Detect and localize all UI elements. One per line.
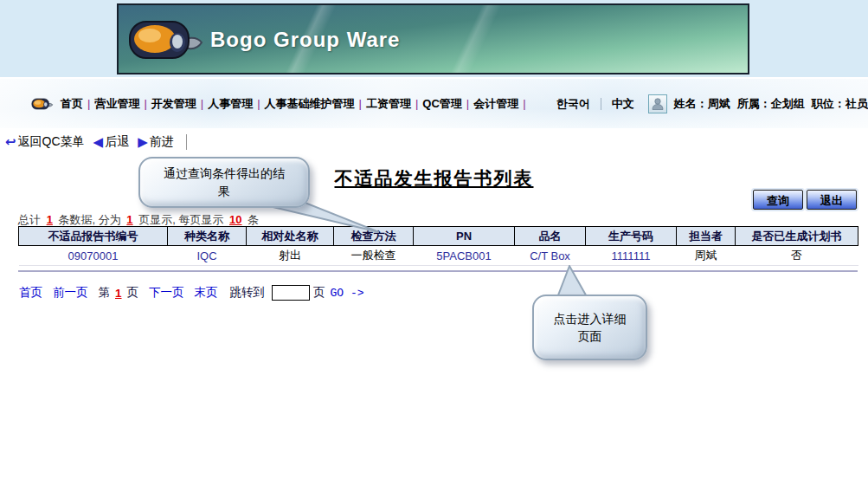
nav-separator: | bbox=[87, 97, 90, 110]
navbar: 首页|营业管理|开发管理|人事管理|人事基础维护管理|工资管理|QC管理|会计管… bbox=[0, 79, 868, 128]
column-header: PN bbox=[414, 227, 515, 246]
forward-link[interactable]: ▶ 前进 bbox=[138, 134, 174, 150]
toolbar-divider bbox=[186, 134, 187, 150]
nav-item[interactable]: 工资管理 bbox=[366, 96, 411, 112]
nav-item[interactable]: 人事基础维护管理 bbox=[265, 96, 355, 112]
table-cell[interactable]: 否 bbox=[736, 246, 858, 266]
nav-separator: | bbox=[466, 97, 469, 110]
jump-suffix: 页 bbox=[313, 285, 325, 301]
prev-page-link[interactable]: 前一页 bbox=[53, 285, 88, 301]
report-table: 不适品报告书编号种类名称相对处名称检查方法PN品名生产号码担当者是否已生成计划书… bbox=[18, 226, 858, 266]
summary-mid2: 页显示, 每页显示 bbox=[138, 213, 223, 226]
table-cell[interactable]: 1111111 bbox=[586, 246, 677, 266]
goggles-icon bbox=[31, 96, 54, 112]
lang-chinese[interactable]: 中文 bbox=[612, 96, 634, 112]
page-prefix: 第 bbox=[99, 285, 111, 301]
callout-click-detail-text: 点击进入详细页面 bbox=[551, 310, 629, 346]
person-icon bbox=[648, 94, 667, 113]
summary-pages: 1 bbox=[126, 213, 132, 226]
callout-click-detail: 点击进入详细页面 bbox=[532, 295, 647, 360]
column-header: 品名 bbox=[515, 227, 586, 246]
table-cell[interactable]: 09070001 bbox=[19, 246, 168, 266]
nav-item[interactable]: 人事管理 bbox=[208, 96, 253, 112]
nav-separator: | bbox=[257, 97, 260, 110]
forward-label: 前进 bbox=[150, 134, 174, 150]
column-header: 是否已生成计划书 bbox=[736, 227, 858, 246]
user-title: 社员 bbox=[845, 96, 868, 112]
user-name: 周斌 bbox=[708, 96, 730, 112]
language-switcher: 한국어 中文 bbox=[556, 96, 634, 112]
column-header: 担当者 bbox=[677, 227, 736, 246]
nav-separator: | bbox=[359, 97, 362, 110]
table-cell[interactable]: C/T Box bbox=[515, 246, 586, 266]
top-strip: Bogo Group Ware bbox=[0, 0, 868, 77]
user-dept-label: 所属： bbox=[737, 96, 771, 112]
nav-item[interactable]: 开发管理 bbox=[151, 96, 196, 112]
table-cell[interactable]: 周斌 bbox=[677, 246, 736, 266]
callout-query-result-text: 通过查询条件得出的结果 bbox=[159, 165, 289, 200]
nav-item[interactable]: 营业管理 bbox=[94, 96, 139, 112]
nav-separator: | bbox=[523, 97, 525, 110]
summary-prefix: 总计 bbox=[18, 213, 41, 226]
last-page-link[interactable]: 末页 bbox=[195, 285, 218, 301]
column-header: 生产号码 bbox=[586, 227, 677, 246]
summary-mid1: 条数据, 分为 bbox=[58, 213, 120, 226]
back-link[interactable]: ◀ 后退 bbox=[93, 134, 130, 150]
screen: Bogo Group Ware 首页|营业管理|开发管理|人事管理|人事基础维护… bbox=[0, 0, 868, 492]
banner-title: Bogo Group Ware bbox=[210, 28, 400, 52]
goggles-logo-icon bbox=[127, 13, 205, 67]
nav-item[interactable]: 首页 bbox=[61, 96, 83, 112]
nav-separator: | bbox=[201, 97, 203, 110]
exit-button[interactable]: 退出 bbox=[807, 190, 857, 210]
go-link[interactable]: GO -> bbox=[331, 287, 364, 300]
left-arrow-icon: ◀ bbox=[93, 134, 104, 150]
table-cell[interactable]: 射出 bbox=[247, 246, 334, 266]
user-info: 姓名： 周斌 所属： 企划组 职位： 社员 bbox=[648, 94, 868, 113]
table-cell[interactable]: IQC bbox=[168, 246, 247, 266]
lang-korean[interactable]: 한국어 bbox=[556, 96, 590, 112]
search-button[interactable]: 查询 bbox=[753, 190, 803, 210]
banner: Bogo Group Ware bbox=[117, 3, 749, 74]
page-suffix: 页 bbox=[127, 285, 139, 301]
pagination: 首页 前一页 第 1 页 下一页 末页 跳转到 页 GO -> bbox=[19, 285, 364, 301]
callout-query-result: 通过查询条件得出的结果 bbox=[138, 157, 310, 208]
nav-item[interactable]: 会计管理 bbox=[473, 96, 518, 112]
right-arrow-icon: ▶ bbox=[138, 134, 148, 150]
back-label: 后退 bbox=[105, 134, 129, 150]
user-title-label: 职位： bbox=[812, 96, 845, 112]
page-title: 不适品发生报告书列表 bbox=[0, 166, 868, 191]
table-header-row: 不适品报告书编号种类名称相对处名称检查方法PN品名生产号码担当者是否已生成计划书 bbox=[19, 227, 858, 246]
return-qc-menu-link[interactable]: ↩ 返回QC菜单 bbox=[5, 134, 85, 150]
return-qc-menu-label: 返回QC菜单 bbox=[18, 134, 85, 150]
nav-separator: | bbox=[144, 97, 146, 110]
toolbar: ↩ 返回QC菜单 ◀ 后退 ▶ 前进 bbox=[5, 134, 187, 150]
nav-separator: | bbox=[415, 97, 418, 110]
table-cell[interactable]: 一般检查 bbox=[334, 246, 414, 266]
table-cell[interactable]: 5PACB001 bbox=[414, 246, 515, 266]
user-dept: 企划组 bbox=[771, 96, 805, 112]
table-bottom-divider bbox=[18, 270, 858, 272]
summary-count: 1 bbox=[47, 213, 53, 226]
column-header: 不适品报告书编号 bbox=[19, 227, 168, 246]
current-page-number: 1 bbox=[115, 287, 122, 300]
next-page-link[interactable]: 下一页 bbox=[149, 285, 184, 301]
nav-item[interactable]: QC管理 bbox=[422, 96, 462, 112]
nav-menu: 首页|营业管理|开发管理|人事管理|人事基础维护管理|工资管理|QC管理|会计管… bbox=[61, 96, 530, 112]
jump-label: 跳转到 bbox=[230, 285, 266, 301]
user-name-label: 姓名： bbox=[674, 96, 708, 112]
first-page-link[interactable]: 首页 bbox=[19, 285, 42, 301]
jump-page-input[interactable] bbox=[272, 285, 310, 301]
table-row[interactable]: 09070001IQC射出一般检查5PACB001C/T Box1111111周… bbox=[19, 246, 858, 266]
language-divider bbox=[601, 98, 601, 110]
return-arrow-icon: ↩ bbox=[5, 134, 16, 150]
